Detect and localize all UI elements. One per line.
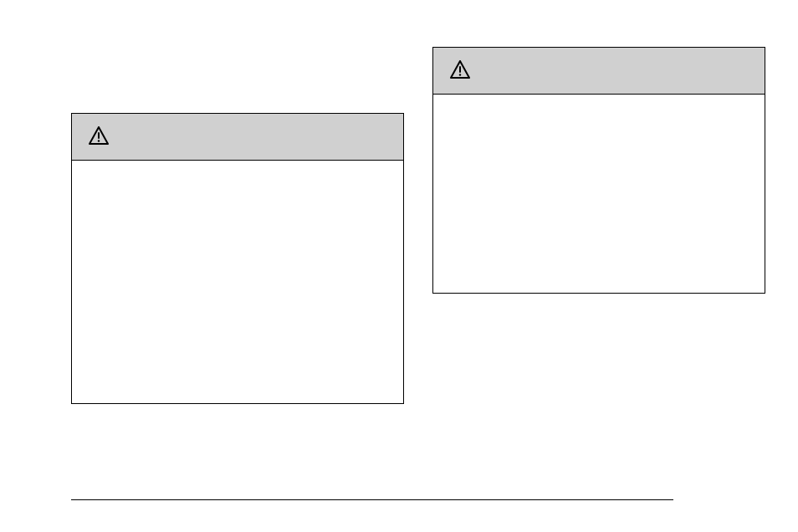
warning-box-left (71, 113, 404, 404)
svg-point-5 (98, 140, 100, 141)
warning-header-left (72, 114, 403, 161)
warning-body-right (433, 95, 765, 294)
warning-icon (450, 60, 470, 82)
horizontal-rule (71, 499, 673, 500)
warning-header-right (433, 48, 765, 95)
warning-icon (89, 126, 109, 148)
svg-point-2 (459, 74, 461, 75)
warning-body-left (72, 161, 403, 405)
warning-box-right (432, 47, 765, 294)
